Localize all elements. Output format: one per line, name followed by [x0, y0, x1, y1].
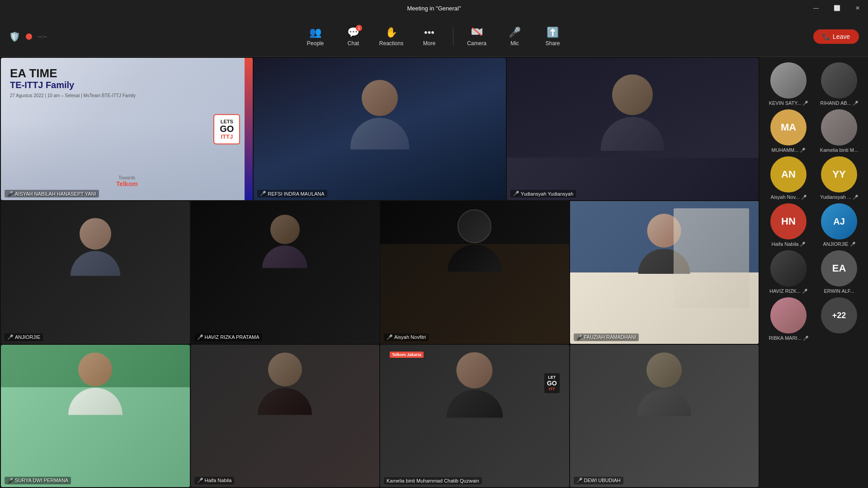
video-row-3: 🎤 SURYA DWI PERMANA 🎤 Haifa Nabila Tel [1, 345, 759, 487]
video-cell-kamelia: Telkom Jakarta LET GO ITT Kamelia binti … [380, 345, 569, 487]
video-area: EA TIME TE-ITTJ Family 27 Agustus 2022 |… [0, 57, 760, 488]
video-row-1: EA TIME TE-ITTJ Family 27 Agustus 2022 |… [1, 58, 759, 200]
toolbar-right: 📞 Leave [813, 29, 859, 44]
participant-thumb-anjiorjie-sb: AJ ANJIORJIE 🎤 [816, 203, 863, 247]
participant-thumb-kevin: KEVIN SATY... 🎤 [765, 62, 812, 106]
mic-muhamm: 🎤 [800, 148, 805, 153]
participant-name-fauziah: 🎤 FAUZIAH RAMADHANI [574, 333, 639, 341]
video-cell-aisyah: EA TIME TE-ITTJ Family 27 Agustus 2022 |… [1, 58, 253, 200]
avatar-haviz-sb [770, 250, 807, 286]
mic-icon-dewi: 🎤 [576, 478, 583, 483]
name-haifa-sb: Haifa Nabila 🎤 [772, 241, 806, 247]
more-button[interactable]: ••• More [411, 21, 448, 52]
participant-name-kamelia: Kamelia binti Muhammad Chatib Quzwain [384, 477, 482, 484]
participant-name-aisyah: 🎤 AISYAH NABILAH HANASEPT YANI [5, 190, 99, 197]
avatar-muhamm: MA [770, 109, 807, 145]
name-muhamm: MUHAMM... 🎤 [772, 147, 806, 153]
participant-name-surya: 🎤 SURYA DWI PERMANA [5, 477, 71, 484]
share-button[interactable]: ⬆️ Share [535, 21, 571, 52]
mic-icon-aisyah: 🎤 [7, 191, 14, 197]
participant-thumb-aisyah-sb: AN Aisyah Nov... 🎤 [765, 156, 812, 200]
participant-thumb-ribka-sb: RIBKA MARI... 🎤 [765, 297, 812, 341]
more-icon: ••• [424, 27, 434, 38]
leave-button[interactable]: 📞 Leave [813, 29, 859, 44]
mic-yudi-sb: 🎤 [853, 195, 858, 200]
camera-icon [472, 27, 482, 38]
telkom-tag: Telkom Jakarta [390, 352, 424, 358]
participant-thumb-kamelia-sb: Kamelia binti M... [816, 109, 863, 153]
mic-icon-haviz: 🎤 [197, 334, 203, 340]
people-button[interactable]: 👥 People [297, 21, 334, 52]
mic-icon-surya: 🎤 [7, 478, 14, 483]
close-button[interactable]: ✕ [847, 0, 868, 16]
video-cell-fauziah: 🎤 FAUZIAH RAMADHANI [570, 201, 759, 343]
mic-anjiorjie-sb: 🎤 [850, 242, 855, 247]
letsgo-small: LET GO ITT [544, 373, 560, 393]
participant-thumb-yudi-sb: YY Yudiansyah ... 🎤 [816, 156, 863, 200]
mic-haviz-sb: 🎤 [802, 289, 807, 294]
avatar-kevin [770, 62, 807, 99]
sidebar-scroll[interactable]: KEVIN SATY... 🎤 RIHAND AB... 🎤 [760, 57, 868, 488]
letsgo-badge: LETS GO ITTJ [213, 114, 240, 144]
video-cell-anjiorjie: 🎤 ANJIORJIE [1, 201, 190, 343]
mic-icon-yudi: 🎤 [513, 191, 519, 197]
chat-icon: 💬 1 [347, 27, 359, 38]
avatar-ribka-sb [770, 297, 807, 333]
participant-thumb-rihand: RIHAND AB... 🎤 [816, 62, 863, 106]
toolbar-center: 👥 People 💬 1 Chat ✋ Reactions ••• More [297, 21, 571, 52]
name-ribka-sb: RIBKA MARI... 🎤 [769, 335, 808, 341]
video-cell-dewi: 🎤 DEWI UBUDIAH [570, 345, 759, 487]
participant-name-aisyah2: 🎤 Aisyah Novfitri [384, 333, 429, 341]
participant-name-anjiorjie: 🎤 ANJIORJIE [5, 333, 43, 341]
title-bar: Meeting in "General" — ⬜ ✕ [0, 0, 868, 16]
video-cell-aisyah2: 🎤 Aisyah Novfitri [380, 201, 569, 343]
participant-thumb-haifa-sb: HN Haifa Nabila 🎤 [765, 203, 812, 247]
avatar-erwin-sb: EA [821, 250, 857, 286]
toolbar: 🛡️ --:-- 👥 People 💬 1 Chat ✋ Reactions •… [0, 16, 868, 57]
participant-thumb-more-sb: +22 [816, 297, 863, 341]
sidebar-container: KEVIN SATY... 🎤 RIHAND AB... 🎤 [760, 57, 868, 488]
restore-button[interactable]: ⬜ [826, 0, 847, 16]
main-content: EA TIME TE-ITTJ Family 27 Agustus 2022 |… [0, 57, 868, 488]
video-cell-yudi: 🎤 Yudiansyah Yudiansyah [507, 58, 759, 200]
participant-name-refsi: 🎤 REFSI INDRA MAULANA [257, 190, 327, 197]
name-aisyah-sb: Aisyah Nov... 🎤 [771, 194, 807, 200]
mic-rihand: 🎤 [853, 101, 858, 106]
chat-button[interactable]: 💬 1 Chat [335, 21, 372, 52]
reactions-button[interactable]: ✋ Reactions [373, 21, 410, 52]
window-controls: — ⬜ ✕ [806, 0, 868, 16]
mic-aisyah-sb: 🎤 [801, 195, 807, 200]
avatar-aisyah-sb: AN [770, 156, 807, 192]
participant-name-haifa: 🎤 Haifa Nabila [194, 477, 235, 484]
toolbar-left: 🛡️ --:-- [9, 31, 47, 42]
reactions-icon: ✋ [385, 27, 397, 38]
recording-indicator [26, 33, 32, 40]
video-cell-surya: 🎤 SURYA DWI PERMANA [1, 345, 190, 487]
mic-ribka-sb: 🎤 [803, 336, 808, 341]
participant-thumb-muhamm: MA MUHAMM... 🎤 [765, 109, 812, 153]
slide-line3: 27 Agustus 2022 | 10 am – Selesai | MsTe… [10, 93, 136, 98]
minimize-button[interactable]: — [806, 0, 826, 16]
mic-kevin: 🎤 [802, 101, 808, 106]
more-participants-badge: +22 [821, 297, 857, 333]
video-cell-refsi: 🎤 REFSI INDRA MAULANA [254, 58, 505, 200]
participant-thumb-erwin-sb: EA ERWIN ALF... [816, 250, 863, 294]
camera-button[interactable]: Camera [459, 21, 495, 52]
mic-button[interactable]: 🎤 Mic [497, 21, 533, 52]
avatar-rihand [821, 62, 857, 99]
mic-icon-anjiorjie: 🎤 [7, 334, 14, 340]
name-haviz-sb: HAVIZ RIZK... 🎤 [769, 288, 807, 294]
slide-line2: TE-ITTJ Family [10, 80, 136, 90]
mic-icon: 🎤 [509, 27, 521, 38]
mic-icon-aisyah2: 🎤 [387, 334, 393, 340]
video-cell-haviz: 🎤 HAVIZ RIZKA PRATAMA [191, 201, 380, 343]
share-icon: ⬆️ [547, 27, 559, 38]
slide-line1: EA TIME [10, 67, 136, 80]
name-anjiorjie-sb: ANJIORJIE 🎤 [823, 241, 855, 247]
participants-grid: KEVIN SATY... 🎤 RIHAND AB... 🎤 [765, 62, 863, 341]
mic-icon-haifa: 🎤 [197, 478, 203, 483]
name-erwin-sb: ERWIN ALF... [824, 288, 854, 294]
mic-icon-refsi: 🎤 [260, 191, 266, 197]
participant-thumb-haviz-sb: HAVIZ RIZK... 🎤 [765, 250, 812, 294]
participant-name-yudi: 🎤 Yudiansyah Yudiansyah [510, 190, 576, 197]
